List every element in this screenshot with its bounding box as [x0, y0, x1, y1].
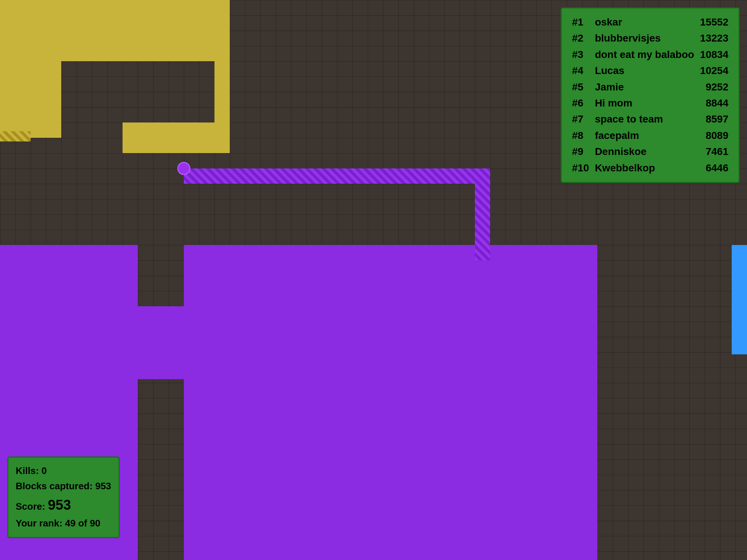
score-cell: 10254	[697, 63, 731, 79]
score-cell: 10834	[697, 47, 731, 63]
leaderboard-row: #3 dont eat my balaboo 10834	[569, 47, 731, 63]
name-cell: Lucas	[592, 63, 697, 79]
rank-cell: #6	[569, 95, 592, 111]
blocks-stat: Blocks captured: 953	[16, 479, 111, 494]
leaderboard-row: #5 Jamie 9252	[569, 79, 731, 95]
score-cell: 9252	[697, 79, 731, 95]
leaderboard-row: #2 blubbervisjes 13223	[569, 30, 731, 46]
player-head	[177, 162, 190, 175]
score-cell: 6446	[697, 160, 731, 176]
name-cell: dont eat my balaboo	[592, 47, 697, 63]
name-cell: Jamie	[592, 79, 697, 95]
rank-cell: #7	[569, 111, 592, 127]
name-cell: oskar	[592, 14, 697, 30]
leaderboard-row: #8 facepalm 8089	[569, 128, 731, 144]
yellow-bottom-strip	[123, 122, 230, 153]
stats-panel: Kills: 0 Blocks captured: 953 Score: 953…	[7, 456, 120, 538]
rank-cell: #10	[569, 160, 592, 176]
rank-cell: #9	[569, 144, 592, 160]
purple-trail-vertical	[475, 168, 490, 260]
leaderboard-row: #4 Lucas 10254	[569, 63, 731, 79]
rank-cell: #1	[569, 14, 592, 30]
purple-trail-horizontal-1	[184, 168, 490, 184]
score-prefix: Score:	[16, 501, 48, 512]
rank-cell: #2	[569, 30, 592, 46]
leaderboard-panel: #1 oskar 15552 #2 blubbervisjes 13223 #3…	[561, 7, 740, 183]
score-cell: 13223	[697, 30, 731, 46]
name-cell: blubbervisjes	[592, 30, 697, 46]
name-cell: space to team	[592, 111, 697, 127]
name-cell: Kwebbelkop	[592, 160, 697, 176]
rank-cell: #4	[569, 63, 592, 79]
leaderboard-row: #6 Hi mom 8844	[569, 95, 731, 111]
leaderboard-table: #1 oskar 15552 #2 blubbervisjes 13223 #3…	[569, 14, 731, 176]
yellow-trail	[0, 131, 31, 141]
kills-stat: Kills: 0	[16, 463, 111, 479]
score-stat: Score: 953	[16, 494, 111, 516]
rank-cell: #8	[569, 128, 592, 144]
leaderboard-row: #9 Denniskoe 7461	[569, 144, 731, 160]
score-value: 953	[48, 497, 71, 513]
score-cell: 8597	[697, 111, 731, 127]
name-cell: facepalm	[592, 128, 697, 144]
leaderboard-row: #7 space to team 8597	[569, 111, 731, 127]
purple-territory-left-upper	[0, 276, 138, 290]
score-cell: 7461	[697, 144, 731, 160]
name-cell: Hi mom	[592, 95, 697, 111]
rank-cell: #3	[569, 47, 592, 63]
leaderboard-row: #1 oskar 15552	[569, 14, 731, 30]
score-cell: 8844	[697, 95, 731, 111]
purple-territory-center	[184, 245, 597, 560]
score-cell: 8089	[697, 128, 731, 144]
blue-territory	[732, 245, 747, 354]
name-cell: Denniskoe	[592, 144, 697, 160]
leaderboard-row: #10 Kwebbelkop 6446	[569, 160, 731, 176]
score-cell: 15552	[697, 14, 731, 30]
rank-cell: #5	[569, 79, 592, 95]
rank-stat: Your rank: 49 of 90	[16, 516, 111, 531]
purple-territory-small	[92, 306, 184, 379]
